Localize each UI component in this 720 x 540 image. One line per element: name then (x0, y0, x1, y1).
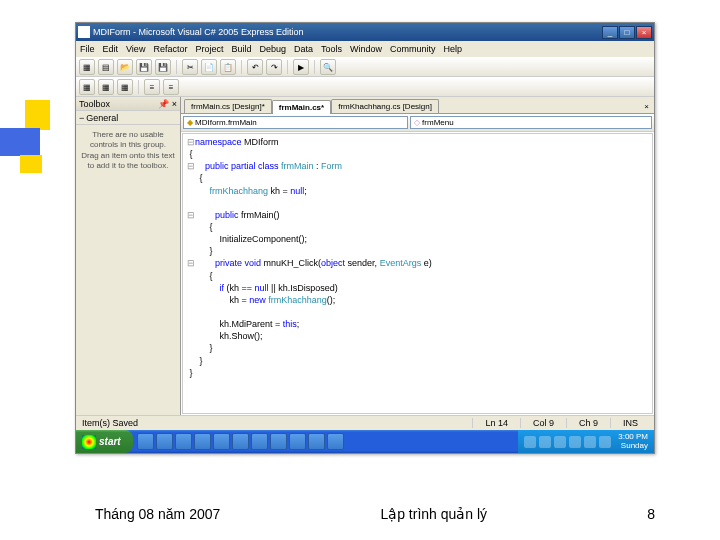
tab-khachhang[interactable]: frmKhachhang.cs [Design] (331, 99, 439, 113)
member-dropdown[interactable]: ◇ frmMenu (410, 116, 652, 129)
titlebar[interactable]: MDIForm - Microsoft Visual C# 2005 Expre… (76, 23, 654, 41)
paste-button[interactable]: 📋 (220, 59, 236, 75)
status-col: Col 9 (520, 418, 566, 428)
class-dropdown[interactable]: ◆ MDIform.frmMain (183, 116, 408, 129)
slide-footer: Tháng 08 năm 2007 Lập trình quản lý 8 (0, 506, 720, 522)
undo-button[interactable]: ↶ (247, 59, 263, 75)
toolbox-header[interactable]: Toolbox 📌 × (76, 97, 180, 111)
editor-area: frmMain.cs [Design]* frmMain.cs* frmKhac… (181, 97, 654, 415)
menu-view[interactable]: View (126, 44, 145, 54)
redo-button[interactable]: ↷ (266, 59, 282, 75)
menu-data[interactable]: Data (294, 44, 313, 54)
class-icon: ◆ (187, 118, 193, 127)
save-button[interactable]: 💾 (136, 59, 152, 75)
menubar: File Edit View Refactor Project Build De… (76, 41, 654, 57)
taskbar-clock[interactable]: 3:00 PM Sunday (618, 433, 648, 451)
toolbar-btn-a[interactable]: ▦ (79, 79, 95, 95)
taskbar-app-1[interactable] (137, 433, 154, 450)
footer-date: Tháng 08 năm 2007 (95, 506, 220, 522)
new-project-button[interactable]: ▦ (79, 59, 95, 75)
tray-icon-2[interactable] (539, 436, 551, 448)
code-nav-bar: ◆ MDIform.frmMain ◇ frmMenu (181, 114, 654, 132)
menu-window[interactable]: Window (350, 44, 382, 54)
taskbar-app-5[interactable] (213, 433, 230, 450)
start-button[interactable]: start (76, 430, 133, 453)
status-ins: INS (610, 418, 650, 428)
add-item-button[interactable]: ▤ (98, 59, 114, 75)
tray-icon-4[interactable] (569, 436, 581, 448)
footer-title: Lập trình quản lý (380, 506, 487, 522)
menu-build[interactable]: Build (231, 44, 251, 54)
menu-tools[interactable]: Tools (321, 44, 342, 54)
taskbar-app-2[interactable] (156, 433, 173, 450)
cut-button[interactable]: ✂ (182, 59, 198, 75)
close-button[interactable]: × (636, 26, 652, 39)
uncomment-button[interactable]: ≡ (163, 79, 179, 95)
footer-page: 8 (647, 506, 655, 522)
taskbar-app-6[interactable] (232, 433, 249, 450)
open-button[interactable]: 📂 (117, 59, 133, 75)
toolbar-btn-c[interactable]: ▦ (117, 79, 133, 95)
menu-refactor[interactable]: Refactor (153, 44, 187, 54)
pin-icon[interactable]: 📌 (158, 99, 169, 109)
maximize-button[interactable]: □ (619, 26, 635, 39)
taskbar-app-9[interactable] (289, 433, 306, 450)
member-icon: ◇ (414, 118, 420, 127)
slide-decoration (0, 100, 60, 180)
start-debug-button[interactable]: ▶ (293, 59, 309, 75)
menu-edit[interactable]: Edit (103, 44, 119, 54)
app-icon (78, 26, 90, 38)
status-message: Item(s) Saved (80, 418, 472, 428)
taskbar-app-10[interactable] (308, 433, 325, 450)
system-tray: 3:00 PM Sunday (518, 430, 654, 453)
menu-file[interactable]: File (80, 44, 95, 54)
minimize-button[interactable]: _ (602, 26, 618, 39)
tab-code[interactable]: frmMain.cs* (272, 100, 331, 114)
toolbox-title: Toolbox (79, 99, 110, 109)
menu-project[interactable]: Project (195, 44, 223, 54)
status-line: Ln 14 (472, 418, 520, 428)
toolbox-close-icon[interactable]: × (172, 99, 177, 109)
taskbar-items (133, 433, 519, 450)
windows-taskbar: start (76, 430, 654, 453)
toolbox-empty-message: There are no usable controls in this gro… (76, 125, 180, 177)
tab-design[interactable]: frmMain.cs [Design]* (184, 99, 272, 113)
tray-icon-6[interactable] (599, 436, 611, 448)
tray-icon-1[interactable] (524, 436, 536, 448)
taskbar-app-3[interactable] (175, 433, 192, 450)
class-name: MDIform.frmMain (195, 118, 257, 127)
toolbar-secondary: ▦ ▦ ▦ ≡ ≡ (76, 77, 654, 97)
tray-icon-3[interactable] (554, 436, 566, 448)
ide-window: MDIForm - Microsoft Visual C# 2005 Expre… (75, 22, 655, 454)
taskbar-app-4[interactable] (194, 433, 211, 450)
find-button[interactable]: 🔍 (320, 59, 336, 75)
status-ch: Ch 9 (566, 418, 610, 428)
tab-close-icon[interactable]: × (639, 100, 654, 113)
save-all-button[interactable]: 💾 (155, 59, 171, 75)
taskbar-app-7[interactable] (251, 433, 268, 450)
start-label: start (99, 436, 121, 447)
menu-community[interactable]: Community (390, 44, 436, 54)
toolbox-group-label: General (86, 113, 118, 123)
window-title: MDIForm - Microsoft Visual C# 2005 Expre… (93, 27, 602, 37)
comment-button[interactable]: ≡ (144, 79, 160, 95)
member-name: frmMenu (422, 118, 454, 127)
toolbox-group-general[interactable]: − General (76, 111, 180, 125)
taskbar-app-11[interactable] (327, 433, 344, 450)
clock-day: Sunday (618, 442, 648, 451)
toolbox-panel: Toolbox 📌 × − General There are no usabl… (76, 97, 181, 415)
code-editor[interactable]: ⊟namespace MDIform {⊟ public partial cla… (182, 133, 653, 414)
copy-button[interactable]: 📄 (201, 59, 217, 75)
toolbar-btn-b[interactable]: ▦ (98, 79, 114, 95)
taskbar-app-8[interactable] (270, 433, 287, 450)
menu-debug[interactable]: Debug (259, 44, 286, 54)
tray-icon-5[interactable] (584, 436, 596, 448)
document-tabbar: frmMain.cs [Design]* frmMain.cs* frmKhac… (181, 97, 654, 114)
menu-help[interactable]: Help (444, 44, 463, 54)
statusbar: Item(s) Saved Ln 14 Col 9 Ch 9 INS (76, 415, 654, 430)
expander-icon[interactable]: − (79, 113, 84, 123)
toolbar-main: ▦ ▤ 📂 💾 💾 ✂ 📄 📋 ↶ ↷ ▶ 🔍 (76, 57, 654, 77)
